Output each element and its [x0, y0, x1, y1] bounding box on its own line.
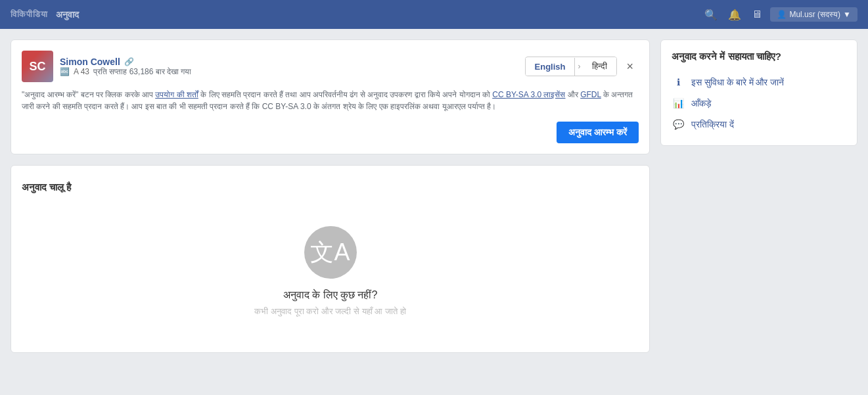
- nav-title: अनुवाद: [56, 9, 79, 20]
- translate-symbol-icon: 文A: [310, 237, 350, 269]
- author-badge: A 43: [74, 67, 89, 76]
- feedback-icon: 💬: [672, 118, 685, 131]
- translation-empty-state: 文A अनुवाद के लिए कुछ नहीं? कभी अनुवाद पू…: [22, 213, 639, 337]
- user-menu-button[interactable]: 👤 Mul.usr (सदस्य) ▼: [770, 7, 857, 22]
- sidebar-item-info[interactable]: ℹ इस सुविधा के बारे में और जानें: [672, 72, 846, 93]
- sidebar: अनुवाद करने में सहायता चाहिए? ℹ इस सुविध…: [660, 39, 857, 353]
- sidebar-title: अनुवाद करने में सहायता चाहिए?: [672, 51, 846, 62]
- sidebar-item-feedback[interactable]: 💬 प्रतिक्रिया दें: [672, 114, 846, 135]
- lang-arrow-icon: ›: [575, 62, 583, 71]
- translate-start-button[interactable]: अनुवाद आरम्भ करें: [557, 122, 639, 143]
- top-nav: विकिपीडिया अनुवाद 🔍 🔔 🖥 👤 Mul.usr (सदस्य…: [0, 0, 868, 29]
- lang-toggle-area: English › हिन्दी ×: [525, 57, 639, 76]
- post-author: SC Simon Cowell 🔗 🔤 A 43 प्रति सप्ताह 63…: [22, 51, 191, 82]
- gfdl-link[interactable]: GFDL: [580, 90, 601, 99]
- stats-icon: 📊: [672, 97, 685, 110]
- user-avatar-icon: 👤: [777, 10, 787, 19]
- author-name[interactable]: Simon Cowell: [60, 57, 120, 67]
- author-link-icon: 🔗: [124, 57, 134, 66]
- translate-button-area: अनुवाद आरम्भ करें: [22, 122, 639, 143]
- post-card: SC Simon Cowell 🔗 🔤 A 43 प्रति सप्ताह 63…: [11, 39, 650, 154]
- empty-subtitle: कभी अनुवाद पूरा करो और जल्दी से यहाँ आ ज…: [254, 306, 405, 317]
- search-icon[interactable]: 🔍: [702, 6, 720, 24]
- terms-link[interactable]: उपयोग की शर्तों: [155, 90, 198, 99]
- user-name-label: Mul.usr (सदस्य): [789, 10, 840, 19]
- nav-right: 🔍 🔔 🖥 👤 Mul.usr (सदस्य) ▼: [702, 6, 857, 24]
- lang-toggle: English › हिन्दी: [525, 57, 618, 76]
- sidebar-item-stats-label: आँकड़े: [691, 98, 712, 109]
- author-badge-icon: 🔤: [60, 67, 70, 76]
- close-button[interactable]: ×: [621, 57, 639, 76]
- sidebar-item-feedback-label: प्रतिक्रिया दें: [691, 119, 734, 130]
- author-info: Simon Cowell 🔗 🔤 A 43 प्रति सप्ताह 63,18…: [60, 57, 191, 76]
- info-icon: ℹ: [672, 76, 685, 89]
- empty-title: अनुवाद के लिए कुछ नहीं?: [283, 289, 378, 301]
- main-layout: SC Simon Cowell 🔗 🔤 A 43 प्रति सप्ताह 63…: [0, 29, 868, 363]
- cc-license-link[interactable]: CC BY-SA 3.0 लाइसेंस: [492, 90, 565, 99]
- lang-to-button[interactable]: हिन्दी: [583, 57, 616, 76]
- translation-active-label: अनुवाद चालू है: [22, 181, 639, 193]
- disclaimer-text: "अनुवाद आरम्भ करें" बटन पर क्लिक करके आप…: [22, 89, 639, 112]
- bell-icon[interactable]: 🔔: [725, 6, 744, 24]
- lang-from-button[interactable]: English: [526, 58, 576, 76]
- monitor-icon[interactable]: 🖥: [749, 6, 765, 23]
- sidebar-card: अनुवाद करने में सहायता चाहिए? ℹ इस सुविध…: [660, 39, 857, 146]
- translation-card: अनुवाद चालू है 文A अनुवाद के लिए कुछ नहीं…: [11, 165, 650, 353]
- nav-logo: विकिपीडिया: [11, 9, 48, 20]
- sidebar-item-info-label: इस सुविधा के बारे में और जानें: [691, 77, 784, 88]
- post-header: SC Simon Cowell 🔗 🔤 A 43 प्रति सप्ताह 63…: [22, 51, 639, 82]
- content-area: SC Simon Cowell 🔗 🔤 A 43 प्रति सप्ताह 63…: [11, 39, 650, 353]
- nav-left: विकिपीडिया अनुवाद: [11, 9, 79, 20]
- sidebar-item-stats[interactable]: 📊 आँकड़े: [672, 93, 846, 114]
- translate-icon-circle: 文A: [304, 226, 357, 279]
- author-stats: प्रति सप्ताह 63,186 बार देखा गया: [93, 67, 191, 76]
- dropdown-icon: ▼: [843, 10, 851, 19]
- avatar: SC: [22, 51, 53, 82]
- avatar-image: SC: [22, 51, 53, 82]
- author-meta: 🔤 A 43 प्रति सप्ताह 63,186 बार देखा गया: [60, 67, 191, 76]
